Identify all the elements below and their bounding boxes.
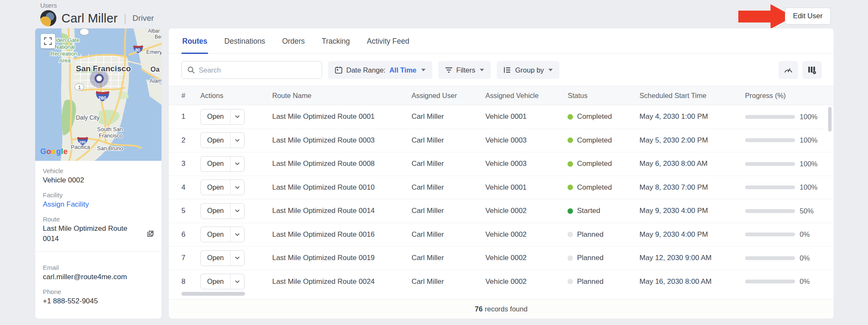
assigned-user-cell: Carl Miller [412,254,485,262]
date-range-button[interactable]: Date Range: All Time [328,61,432,79]
open-button[interactable]: Open [201,157,230,171]
route-name-cell[interactable]: Last Mile Optimized Route 0016 [272,230,412,239]
assigned-user-cell: Carl Miller [412,183,485,192]
open-button[interactable]: Open [201,251,230,266]
gauge-icon [784,66,793,74]
open-dropdown-toggle[interactable] [230,204,244,219]
route-name-cell[interactable]: Last Mile Optimized Route 0003 [272,136,412,145]
open-dropdown-toggle[interactable] [230,109,244,124]
phone-field: Phone +1 888-552-9045 [43,288,154,306]
map-label-alameda: Alam [150,78,161,84]
column-settings-button[interactable] [802,61,822,79]
status-cell: Completed [568,160,639,168]
assigned-user-cell: Carl Miller [412,277,485,286]
table-row: 5 Open Last Mile Optimized Route 0014 Ca… [169,199,834,223]
map-fullscreen-button[interactable] [41,34,55,48]
tab-orders[interactable]: Orders [281,37,306,53]
open-dropdown-toggle[interactable] [230,274,244,289]
route-name-cell[interactable]: Last Mile Optimized Route 0014 [272,207,412,215]
status-dot [568,279,573,284]
breadcrumb[interactable]: Users [40,2,834,9]
map-label-park: National [55,44,75,50]
column-header-status[interactable]: Status [568,92,639,100]
scheduled-start-cell: May 4, 2030 1:00 PM [640,112,745,121]
route-value: Last Mile Optimized Route 0014 [43,224,144,244]
tab-destinations[interactable]: Destinations [223,37,266,53]
column-header-scheduled-start[interactable]: Scheduled Start Time [640,92,745,100]
progress-bar [745,233,795,236]
tab-tracking[interactable]: Tracking [321,37,351,53]
tab-activity-feed[interactable]: Activity Feed [366,37,410,53]
open-button[interactable]: Open [201,133,230,148]
assigned-vehicle-cell: Vehicle 0001 [485,183,568,192]
open-dropdown-toggle[interactable] [230,133,244,148]
status-label: Completed [577,160,612,168]
open-dropdown-toggle[interactable] [230,227,244,242]
search-input[interactable] [199,66,316,74]
progress-bar [745,138,795,142]
progress-bar [745,256,795,260]
records-text: records found [485,305,528,313]
open-button[interactable]: Open [201,109,230,124]
horizontal-scrollbar[interactable] [181,292,245,296]
open-button[interactable]: Open [201,204,230,219]
map[interactable]: lden Gate National Recreation Area San F… [35,28,161,161]
status-label: Planned [577,277,603,286]
open-split-button: Open [200,250,245,266]
scheduled-start-cell: May 12, 2030 9:00 AM [640,254,745,262]
chevron-down-icon [235,139,240,142]
route-name-cell[interactable]: Last Mile Optimized Route 0008 [272,160,412,168]
row-number: 8 [181,277,200,286]
route-name-cell[interactable]: Last Mile Optimized Route 0024 [272,277,412,286]
status-label: Planned [577,230,603,239]
assign-facility-link[interactable]: Assign Facility [43,199,89,210]
filters-label: Filters [456,66,476,74]
open-split-button: Open [200,156,245,172]
scheduled-start-cell: May 6, 2030 8:00 AM [640,160,745,168]
progress-bar [745,115,795,119]
column-header-assigned-user[interactable]: Assigned User [412,92,485,100]
dashboard-view-button[interactable] [779,61,798,79]
progress-cell: 0% [745,230,834,238]
table-row: 8 Open Last Mile Optimized Route 0024 Ca… [169,270,834,290]
map-label-park: lden Gate [56,37,79,43]
filters-button[interactable]: Filters [438,61,491,79]
email-label: Email [43,263,154,272]
status-cell: Completed [568,183,639,192]
assigned-vehicle-cell: Vehicle 0002 [485,207,568,215]
progress-cell: 100% [745,113,834,121]
route-name-cell[interactable]: Last Mile Optimized Route 0019 [272,254,412,262]
open-dropdown-toggle[interactable] [230,180,244,195]
map-label-emeryville: Emery [146,49,161,55]
status-cell: Completed [568,136,639,145]
assigned-vehicle-cell: Vehicle 0003 [485,136,568,145]
calendar-icon [335,66,342,74]
column-header-route-name[interactable]: Route Name [272,92,412,100]
progress-label: 100% [800,183,818,191]
route-name-cell[interactable]: Last Mile Optimized Route 0010 [272,183,412,192]
progress-bar [745,162,795,166]
open-button[interactable]: Open [201,180,230,195]
column-header-assigned-vehicle[interactable]: Assigned Vehicle [485,92,568,100]
open-button[interactable]: Open [201,227,230,242]
group-by-button[interactable]: Group by [497,61,559,79]
google-logo: Google [40,147,68,156]
open-button[interactable]: Open [201,274,230,289]
scheduled-start-cell: May 16, 2030 8:00 AM [640,277,745,286]
column-header-progress[interactable]: Progress (%) [745,92,834,100]
open-dropdown-toggle[interactable] [230,157,244,171]
vertical-scrollbar[interactable] [828,107,832,132]
column-header-num[interactable]: # [181,92,200,100]
phone-value: +1 888-552-9045 [43,296,154,306]
external-link-icon[interactable] [147,230,154,237]
search-icon [187,66,195,74]
route-name-cell[interactable]: Last Mile Optimized Route 0001 [272,112,412,121]
search-box[interactable] [181,61,322,79]
open-split-button: Open [200,179,245,195]
open-dropdown-toggle[interactable] [230,251,244,266]
column-header-actions[interactable]: Actions [200,92,272,100]
edit-user-button[interactable]: Edit User [785,8,831,25]
tab-routes[interactable]: Routes [181,37,208,53]
progress-label: 100% [800,136,818,144]
map-label-south-sf: South San [97,126,123,132]
